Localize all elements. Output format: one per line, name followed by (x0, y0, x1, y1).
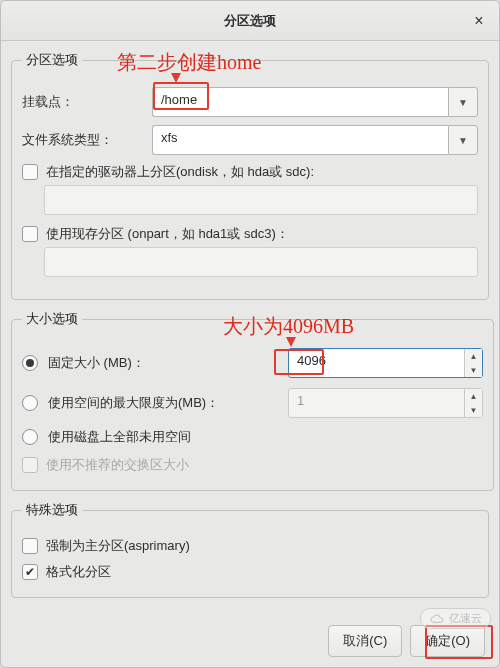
asprimary-checkbox[interactable]: ✔ (22, 538, 38, 554)
watermark: 亿速云 (420, 608, 491, 629)
mount-point-label: 挂载点： (22, 93, 152, 111)
ok-button[interactable]: 确定(O) (410, 625, 485, 657)
onpart-input[interactable] (44, 247, 478, 277)
fs-type-entry[interactable]: xfs (152, 125, 448, 155)
swap-label: 使用不推荐的交换区大小 (46, 456, 189, 474)
fill-space-radio[interactable] (22, 429, 38, 445)
fs-type-combo[interactable]: xfs ▼ (152, 125, 478, 155)
fixed-size-radio[interactable] (22, 355, 38, 371)
fixed-size-label: 固定大小 (MB)： (48, 354, 278, 372)
size-legend: 大小选项 (22, 310, 82, 328)
cloud-icon (429, 614, 445, 624)
mount-point-entry[interactable]: /home (152, 87, 448, 117)
special-legend: 特殊选项 (22, 501, 82, 519)
asprimary-label: 强制为主分区(asprimary) (46, 537, 190, 555)
fill-space-label: 使用磁盘上全部未用空间 (48, 428, 191, 446)
max-size-label: 使用空间的最大限度为(MB)： (48, 394, 278, 412)
onpart-label: 使用现存分区 (onpart，如 hda1或 sdc3)： (46, 225, 289, 243)
spin-up-icon: ▲ (465, 389, 482, 403)
fs-type-dropdown-icon[interactable]: ▼ (448, 125, 478, 155)
format-label: 格式化分区 (46, 563, 111, 581)
close-icon[interactable]: × (469, 11, 489, 31)
partition-legend: 分区选项 (22, 51, 82, 69)
fs-type-label: 文件系统类型： (22, 131, 152, 149)
spin-down-icon[interactable]: ▼ (465, 363, 482, 377)
swap-checkbox: ✔ (22, 457, 38, 473)
fixed-size-spin[interactable]: 4096 ▲ ▼ (288, 348, 483, 378)
ondisk-input[interactable] (44, 185, 478, 215)
mount-point-combo[interactable]: /home ▼ (152, 87, 478, 117)
onpart-checkbox[interactable]: ✔ (22, 226, 38, 242)
ondisk-checkbox[interactable]: ✔ (22, 164, 38, 180)
spin-up-icon[interactable]: ▲ (465, 349, 482, 363)
max-size-spin: 1 ▲ ▼ (288, 388, 483, 418)
mount-point-dropdown-icon[interactable]: ▼ (448, 87, 478, 117)
max-size-value: 1 (289, 389, 464, 417)
watermark-text: 亿速云 (449, 611, 482, 626)
max-size-radio[interactable] (22, 395, 38, 411)
fixed-size-value[interactable]: 4096 (289, 349, 464, 377)
size-options-group: 大小选项 固定大小 (MB)： 4096 ▲ ▼ 使用空间的最大限度为(MB)：… (11, 310, 494, 491)
titlebar: 分区选项 × (1, 1, 499, 41)
spin-down-icon: ▼ (465, 403, 482, 417)
cancel-button[interactable]: 取消(C) (328, 625, 402, 657)
window-title: 分区选项 (224, 12, 276, 30)
partition-options-group: 分区选项 挂载点： /home ▼ 文件系统类型： xfs ▼ ✔ 在指定的驱动… (11, 51, 489, 300)
ondisk-label: 在指定的驱动器上分区(ondisk，如 hda或 sdc): (46, 163, 314, 181)
format-checkbox[interactable]: ✔ (22, 564, 38, 580)
special-options-group: 特殊选项 ✔ 强制为主分区(asprimary) ✔ 格式化分区 (11, 501, 489, 598)
